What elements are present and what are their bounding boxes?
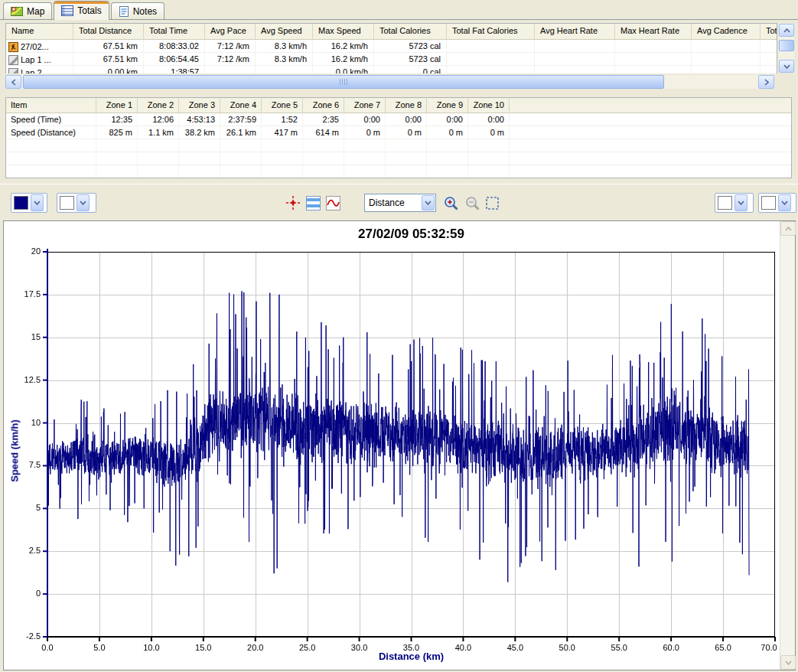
table-row[interactable]: Lap 1 ...67.51 km8:06:54.457:12 /km8.3 k… bbox=[6, 53, 777, 66]
totals-hscroll-thumb[interactable] bbox=[23, 75, 664, 89]
value-cell bbox=[761, 40, 777, 52]
value-cell bbox=[615, 53, 692, 65]
totals-table-header: NameTotal DistanceTotal TimeAvg PaceAvg … bbox=[6, 24, 777, 40]
speed-distance-chart[interactable] bbox=[4, 221, 778, 670]
totals-icon bbox=[61, 5, 73, 16]
chart-vertical-scrollbar[interactable] bbox=[780, 221, 795, 670]
scroll-down-icon[interactable] bbox=[780, 655, 796, 670]
column-header-total-fat-calories[interactable]: Total Fat Calories bbox=[447, 24, 535, 39]
column-header-name[interactable]: Name bbox=[6, 24, 73, 39]
zone-column-header[interactable]: Zone 3 bbox=[179, 98, 220, 113]
totals-horizontal-scrollbar[interactable] bbox=[5, 75, 774, 89]
series-color-swatch bbox=[14, 196, 28, 210]
value-cell bbox=[447, 53, 535, 65]
value-cell bbox=[615, 66, 692, 73]
value-cell bbox=[256, 66, 313, 73]
zone-value-cell: 1:52 bbox=[262, 113, 303, 126]
zoom-out-button[interactable] bbox=[464, 194, 480, 211]
zoom-fit-button[interactable] bbox=[484, 194, 500, 211]
chevron-down-icon[interactable] bbox=[31, 194, 44, 211]
table-row[interactable]: 27/02...67.51 km8:08:33.027:12 /km8.3 km… bbox=[6, 40, 777, 53]
value-cell: 0 cal bbox=[374, 66, 447, 73]
value-cell bbox=[692, 66, 761, 73]
zone-value-cell: 0:00 bbox=[468, 113, 510, 126]
value-cell: 16.2 km/h bbox=[313, 40, 374, 52]
value-cell: 8:08:33.02 bbox=[144, 40, 205, 52]
value-cell bbox=[615, 40, 692, 52]
crosshair-tool-button[interactable] bbox=[285, 194, 301, 211]
scroll-right-icon[interactable] bbox=[758, 75, 774, 89]
zone-column-header[interactable]: Zone 4 bbox=[220, 98, 262, 113]
scroll-up-icon[interactable] bbox=[779, 24, 794, 37]
totals-vertical-scrollbar[interactable] bbox=[779, 24, 794, 73]
lap-icon bbox=[8, 68, 18, 74]
scroll-left-icon[interactable] bbox=[5, 75, 21, 89]
bands-tool-button[interactable] bbox=[305, 194, 321, 211]
zone-column-header[interactable]: Zone 7 bbox=[344, 98, 386, 113]
zone-column-header[interactable]: Zone 5 bbox=[262, 98, 303, 113]
value-cell: 7:12 /km bbox=[205, 40, 256, 52]
tab-totals[interactable]: Totals bbox=[54, 1, 109, 20]
tab-bar: Map Totals Notes bbox=[0, 0, 798, 20]
secondary-series-color-combo[interactable] bbox=[57, 193, 96, 213]
scroll-up-icon[interactable] bbox=[780, 221, 796, 236]
column-header-total-calories[interactable]: Total Calories bbox=[374, 24, 447, 39]
zone-value-cell: 26.1 km bbox=[220, 126, 262, 139]
name-cell: 27/02... bbox=[6, 40, 73, 52]
zones-table-header: ItemZone 1Zone 2Zone 3Zone 4Zone 5Zone 6… bbox=[6, 98, 791, 113]
totals-table: NameTotal DistanceTotal TimeAvg PaceAvg … bbox=[5, 23, 777, 73]
chevron-down-icon[interactable] bbox=[734, 194, 748, 211]
value-cell: 1:38:57 bbox=[144, 66, 205, 73]
value-cell: 0.0 km/h bbox=[313, 66, 374, 73]
chart-panel: 27/02/09 05:32:59 Speed (km/h) Distance … bbox=[3, 220, 796, 670]
chevron-down-icon[interactable] bbox=[77, 194, 90, 211]
zone-value-cell: 12:35 bbox=[96, 113, 138, 126]
name-cell: Lap 2 ... bbox=[6, 66, 73, 73]
value-cell bbox=[447, 40, 535, 52]
value-cell: 5723 cal bbox=[374, 53, 447, 65]
column-header-avg-cadence[interactable]: Avg Cadence bbox=[692, 24, 761, 39]
lap-icon bbox=[8, 55, 18, 65]
row-name: 27/02... bbox=[21, 42, 49, 51]
column-header-max-speed[interactable]: Max Speed bbox=[313, 24, 374, 39]
right-combo-2[interactable] bbox=[758, 193, 796, 213]
chevron-down-icon[interactable] bbox=[778, 194, 791, 211]
column-header-total-time[interactable]: Total Time bbox=[144, 24, 205, 39]
zone-value-cell: 0 m bbox=[468, 126, 510, 139]
smooth-curve-tool-button[interactable] bbox=[324, 194, 341, 211]
zones-empty-row bbox=[6, 152, 791, 165]
zone-column-header[interactable]: Zone 9 bbox=[427, 98, 468, 113]
map-icon bbox=[11, 6, 23, 17]
totals-vscroll-thumb[interactable] bbox=[779, 40, 794, 51]
value-cell bbox=[535, 66, 615, 73]
column-header-avg-pace[interactable]: Avg Pace bbox=[205, 24, 256, 39]
scroll-down-icon[interactable] bbox=[779, 60, 794, 73]
tab-map[interactable]: Map bbox=[3, 2, 52, 19]
right-combo-1[interactable] bbox=[715, 193, 754, 213]
column-header-avg-speed[interactable]: Avg Speed bbox=[256, 24, 313, 39]
name-cell: Lap 1 ... bbox=[6, 53, 73, 65]
column-header-tot[interactable]: Tot bbox=[761, 24, 777, 39]
zone-column-header[interactable]: Item bbox=[6, 98, 96, 113]
zones-row[interactable]: Speed (Distance)825 m1.1 km38.2 km26.1 k… bbox=[6, 126, 791, 139]
zone-value-cell: 0:00 bbox=[344, 113, 386, 126]
zoom-in-button[interactable] bbox=[442, 194, 459, 211]
zone-column-header[interactable]: Zone 1 bbox=[96, 98, 138, 113]
zones-row[interactable]: Speed (Time)12:3512:064:53:132:37:591:52… bbox=[6, 113, 791, 126]
column-header-total-distance[interactable]: Total Distance bbox=[73, 24, 144, 39]
value-cell: 7:12 /km bbox=[205, 53, 256, 65]
column-header-avg-heart-rate[interactable]: Avg Heart Rate bbox=[535, 24, 615, 39]
zone-column-header[interactable]: Zone 8 bbox=[386, 98, 427, 113]
value-cell: 8:06:54.45 bbox=[144, 53, 205, 65]
column-header-max-heart-rate[interactable]: Max Heart Rate bbox=[615, 24, 692, 39]
x-axis-select-value: Distance bbox=[365, 197, 422, 208]
zone-column-header[interactable]: Zone 2 bbox=[138, 98, 179, 113]
zone-column-header[interactable]: Zone 6 bbox=[303, 98, 344, 113]
tab-notes[interactable]: Notes bbox=[111, 2, 164, 19]
chevron-down-icon[interactable] bbox=[422, 195, 435, 210]
zone-column-header[interactable]: Zone 10 bbox=[468, 98, 510, 113]
table-row[interactable]: Lap 2 ...0.00 km1:38:570.0 km/h0 cal bbox=[6, 66, 777, 73]
x-axis-select[interactable]: Distance bbox=[364, 194, 436, 212]
chart-title: 27/02/09 05:32:59 bbox=[47, 227, 775, 242]
primary-series-color-combo[interactable] bbox=[11, 193, 47, 213]
